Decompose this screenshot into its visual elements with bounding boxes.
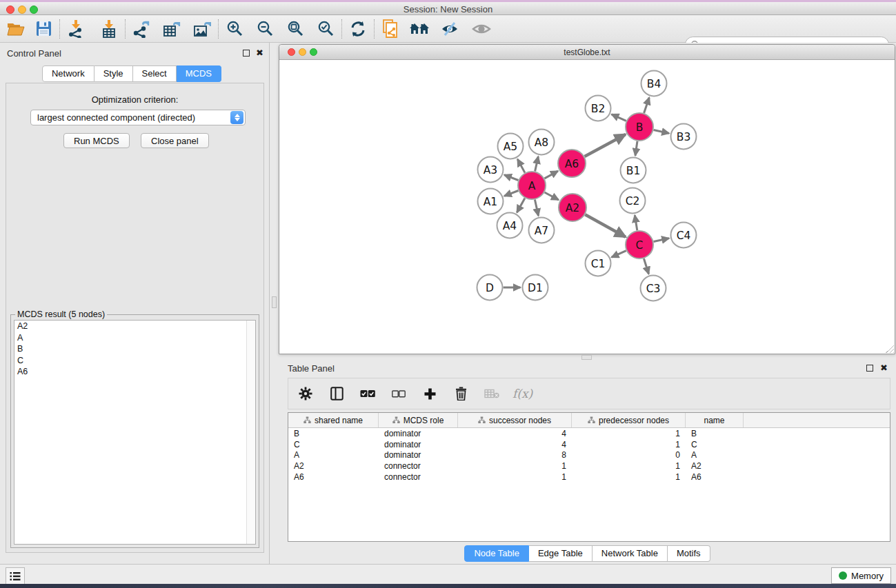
- edge-C-C1[interactable]: [612, 251, 626, 258]
- table-row[interactable]: A2connector11A2: [288, 460, 890, 472]
- resize-grip[interactable]: [886, 345, 894, 353]
- import-network-icon[interactable]: [66, 19, 86, 39]
- import-table-icon[interactable]: [99, 19, 119, 39]
- close-panel-icon[interactable]: ✖: [256, 48, 263, 58]
- network-window-titlebar[interactable]: testGlobe.txt: [279, 45, 895, 60]
- node-A[interactable]: A: [518, 172, 546, 199]
- export-image-icon[interactable]: [192, 19, 212, 39]
- memory-button[interactable]: Memory: [831, 567, 891, 584]
- delete-column-icon[interactable]: [450, 383, 471, 404]
- edge-A-A7[interactable]: [535, 200, 538, 216]
- node-A5[interactable]: A5: [498, 134, 524, 159]
- result-list-item[interactable]: A6: [14, 366, 255, 378]
- close-panel-icon[interactable]: ✖: [880, 363, 888, 373]
- result-list-item[interactable]: A: [14, 332, 255, 344]
- result-list-item[interactable]: B: [14, 343, 255, 355]
- select-all-icon[interactable]: [357, 383, 378, 404]
- node-A3[interactable]: A3: [478, 157, 504, 183]
- node-B[interactable]: B: [626, 113, 653, 141]
- home-icon[interactable]: [409, 19, 430, 39]
- network-canvas[interactable]: B4B2BB3A5A8A6A3B1AA1C2A2A4A7C4CC1DD1C3: [279, 60, 895, 354]
- edge-C-C2[interactable]: [635, 215, 637, 230]
- edge-A-A8[interactable]: [535, 156, 539, 172]
- deselect-all-icon[interactable]: [388, 383, 409, 404]
- node-B2[interactable]: B2: [586, 96, 611, 121]
- float-panel-icon[interactable]: [866, 365, 873, 372]
- edge-B-B3[interactable]: [654, 130, 670, 134]
- edge-A-A6[interactable]: [544, 171, 558, 179]
- show-panel-icon[interactable]: [471, 19, 492, 39]
- table-row[interactable]: Adominator80A: [288, 450, 890, 461]
- split-handle[interactable]: [272, 296, 277, 308]
- optimization-criterion-select[interactable]: largest connected component (directed): [30, 110, 246, 125]
- column-header-successor-nodes[interactable]: successor nodes: [458, 413, 572, 427]
- node-A4[interactable]: A4: [497, 213, 523, 239]
- edge-A-A3[interactable]: [504, 175, 518, 181]
- float-panel-icon[interactable]: [243, 50, 250, 57]
- node-A7[interactable]: A7: [529, 218, 555, 243]
- tab-select[interactable]: Select: [133, 65, 177, 82]
- table-row[interactable]: Cdominator41C: [288, 439, 890, 450]
- edge-C-C3[interactable]: [644, 258, 648, 274]
- tab-network-table[interactable]: Network Table: [593, 545, 668, 562]
- node-A2[interactable]: A2: [559, 194, 586, 221]
- table-row[interactable]: A6connector11A6: [288, 472, 890, 483]
- column-header-name[interactable]: name: [686, 413, 744, 427]
- result-scrollbar[interactable]: [246, 321, 255, 544]
- edge-A-A1[interactable]: [504, 191, 518, 196]
- node-C2[interactable]: C2: [620, 188, 646, 214]
- tab-mcds[interactable]: MCDS: [177, 65, 221, 82]
- edge-A2-C[interactable]: [585, 214, 626, 237]
- node-D[interactable]: D: [477, 275, 503, 301]
- node-D1[interactable]: D1: [523, 275, 548, 301]
- edge-B-B1[interactable]: [635, 141, 637, 156]
- add-column-icon[interactable]: [419, 383, 440, 404]
- node-A6[interactable]: A6: [558, 150, 586, 177]
- refresh-layout-icon[interactable]: [348, 19, 368, 39]
- tab-network[interactable]: Network: [42, 65, 94, 82]
- edge-A-A5[interactable]: [517, 159, 525, 173]
- run-mcds-button[interactable]: Run MCDS: [63, 133, 130, 148]
- node-B3[interactable]: B3: [671, 124, 697, 150]
- zoom-in-icon[interactable]: [224, 19, 245, 39]
- export-table-icon[interactable]: [161, 19, 182, 39]
- column-header-shared-name[interactable]: shared name: [288, 413, 379, 427]
- result-list-item[interactable]: A2: [14, 321, 255, 332]
- column-header-predecessor-nodes[interactable]: predecessor nodes: [572, 413, 686, 427]
- edge-C-C4[interactable]: [654, 239, 670, 242]
- edge-A-A4[interactable]: [517, 198, 525, 212]
- split-handle[interactable]: [581, 355, 592, 360]
- node-table[interactable]: shared nameMCDS rolesuccessor nodesprede…: [288, 412, 890, 542]
- node-A1[interactable]: A1: [478, 189, 504, 214]
- tab-node-table[interactable]: Node Table: [464, 545, 529, 562]
- export-network-icon[interactable]: [131, 19, 152, 39]
- tab-style[interactable]: Style: [94, 65, 133, 82]
- gear-icon[interactable]: [295, 383, 316, 404]
- network-view-window[interactable]: testGlobe.txt B4B2BB3A5A8A6A3B1AA1C2A2A4…: [279, 44, 895, 354]
- edge-B-B2[interactable]: [612, 114, 626, 121]
- edge-A6-B[interactable]: [585, 134, 626, 156]
- node-C[interactable]: C: [626, 231, 653, 258]
- result-list-item[interactable]: C: [14, 355, 255, 367]
- zoom-fit-icon[interactable]: [285, 19, 306, 39]
- task-history-button[interactable]: [6, 567, 25, 585]
- zoom-selected-icon[interactable]: [315, 19, 336, 39]
- column-browser-icon[interactable]: [326, 383, 347, 404]
- open-file-icon[interactable]: [6, 19, 26, 39]
- node-B4[interactable]: B4: [641, 71, 667, 97]
- edge-A-A2[interactable]: [545, 192, 559, 200]
- table-row[interactable]: Bdominator41B: [288, 428, 890, 439]
- node-C1[interactable]: C1: [586, 251, 611, 276]
- mcds-result-list[interactable]: A2ABCA6: [14, 320, 256, 545]
- node-C3[interactable]: C3: [641, 276, 666, 301]
- column-header-MCDS-role[interactable]: MCDS role: [379, 413, 458, 427]
- save-session-icon[interactable]: [33, 19, 54, 39]
- zoom-out-icon[interactable]: [255, 19, 275, 39]
- tab-edge-table[interactable]: Edge Table: [529, 545, 593, 562]
- close-panel-button[interactable]: Close panel: [141, 133, 209, 148]
- node-A8[interactable]: A8: [529, 130, 555, 155]
- hide-panel-icon[interactable]: [439, 19, 460, 39]
- edge-B-B4[interactable]: [644, 97, 650, 113]
- tab-motifs[interactable]: Motifs: [668, 545, 710, 562]
- node-C4[interactable]: C4: [671, 223, 697, 248]
